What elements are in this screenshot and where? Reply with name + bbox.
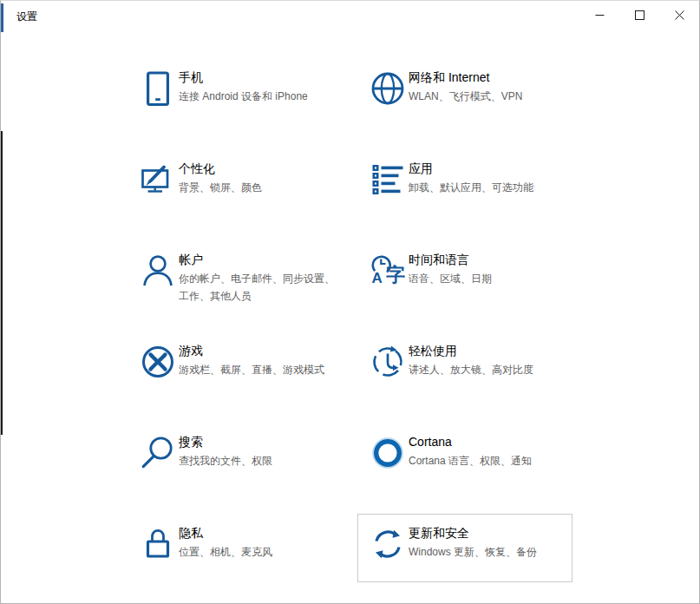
tile-subtitle: 查找我的文件、权限: [179, 452, 335, 469]
tile-title: 隐私: [179, 525, 335, 542]
tile-title: 游戏: [179, 343, 335, 359]
xbox-icon: [138, 342, 178, 382]
tile-title: Cortana: [409, 434, 565, 450]
personalization-icon: [138, 160, 178, 200]
tile-title: 时间和语言: [409, 252, 565, 268]
search-icon: [138, 433, 178, 473]
tile-network-internet[interactable]: 网络和 Internet WLAN、飞行模式、VPN: [357, 58, 572, 127]
cortana-icon: [368, 433, 408, 473]
tile-subtitle: 讲述人、放大镜、高对比度: [409, 361, 565, 378]
tile-title: 搜索: [179, 434, 335, 450]
svg-text:字: 字: [386, 264, 405, 286]
tile-update-security[interactable]: 更新和安全 Windows 更新、恢复、备份: [357, 514, 572, 582]
tile-title: 帐户: [179, 252, 335, 268]
minimize-icon: [595, 10, 605, 20]
privacy-icon: [138, 524, 178, 564]
tile-ease-of-access[interactable]: 轻松使用 讲述人、放大镜、高对比度: [357, 332, 572, 400]
tile-accounts[interactable]: 帐户 你的帐户、电子邮件、同步设置、工作、其他人员: [128, 240, 343, 309]
tile-title: 应用: [409, 161, 565, 177]
tile-cortana[interactable]: Cortana Cortana 语言、权限、通知: [357, 423, 572, 491]
tile-subtitle: 语音、区域、日期: [409, 270, 565, 287]
tile-subtitle: 游戏栏、截屏、直播、游戏模式: [179, 361, 335, 378]
tile-title: 网络和 Internet: [409, 69, 565, 86]
maximize-button[interactable]: [619, 1, 659, 30]
tile-gaming[interactable]: 游戏 游戏栏、截屏、直播、游戏模式: [128, 332, 343, 400]
tile-subtitle: 你的帐户、电子邮件、同步设置、工作、其他人员: [179, 270, 335, 305]
tile-personalization[interactable]: 个性化 背景、锁屏、颜色: [128, 149, 343, 218]
tile-search[interactable]: 搜索 查找我的文件、权限: [128, 423, 343, 491]
close-button[interactable]: [659, 1, 699, 30]
background-window-edge-blue: [1, 3, 3, 32]
close-icon: [675, 10, 684, 20]
tile-subtitle: Windows 更新、恢复、备份: [409, 543, 565, 561]
titlebar: 设置: [1, 1, 699, 36]
tile-apps[interactable]: 应用 卸载、默认应用、可选功能: [357, 149, 572, 218]
svg-text:A: A: [372, 270, 383, 286]
tile-subtitle: Cortana 语言、权限、通知: [409, 452, 565, 469]
settings-window: 设置 手机 连接 Android: [0, 0, 700, 604]
update-security-icon: [368, 524, 408, 564]
account-icon: [138, 251, 178, 291]
tile-title: 手机: [179, 69, 335, 86]
settings-grid: 手机 连接 Android 设备和 iPhone 网络和 Internet WL…: [128, 58, 572, 582]
globe-icon: [368, 69, 408, 108]
window-controls: [579, 1, 699, 30]
phone-icon: [138, 69, 178, 108]
tile-title: 个性化: [179, 161, 335, 177]
tile-title: 更新和安全: [409, 525, 565, 542]
window-title: 设置: [16, 10, 37, 24]
minimize-button[interactable]: [579, 1, 619, 30]
tile-phone[interactable]: 手机 连接 Android 设备和 iPhone: [128, 58, 343, 127]
tile-time-language[interactable]: A 字 时间和语言 语音、区域、日期: [357, 240, 572, 309]
apps-icon: [368, 160, 408, 200]
tile-privacy[interactable]: 隐私 位置、相机、麦克风: [128, 514, 343, 582]
maximize-icon: [635, 10, 644, 20]
time-language-icon: A 字: [368, 251, 408, 291]
background-window-edge-dark: [1, 131, 3, 435]
tile-subtitle: 连接 Android 设备和 iPhone: [179, 88, 335, 105]
tile-subtitle: WLAN、飞行模式、VPN: [409, 88, 565, 105]
ease-of-access-icon: [368, 342, 408, 382]
tile-subtitle: 背景、锁屏、颜色: [179, 179, 335, 196]
tile-subtitle: 位置、相机、麦克风: [179, 543, 335, 561]
tile-title: 轻松使用: [409, 343, 565, 359]
tile-subtitle: 卸载、默认应用、可选功能: [409, 179, 565, 196]
